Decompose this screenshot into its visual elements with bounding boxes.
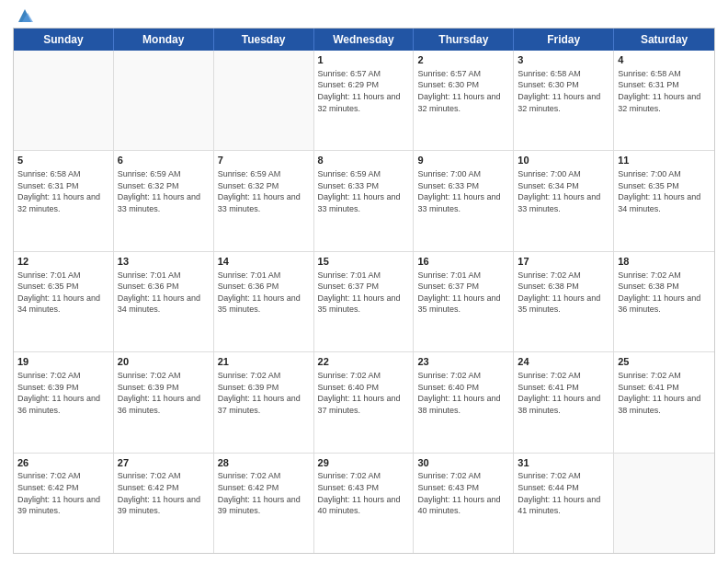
calendar-day-cell: 27Sunrise: 7:02 AM Sunset: 6:42 PM Dayli… [114, 454, 214, 553]
calendar-header-cell: Saturday [614, 29, 714, 51]
calendar-day-cell: 1Sunrise: 6:57 AM Sunset: 6:29 PM Daylig… [314, 51, 415, 150]
day-info: Sunrise: 7:00 AM Sunset: 6:34 PM Dayligh… [518, 168, 609, 214]
day-info: Sunrise: 7:02 AM Sunset: 6:43 PM Dayligh… [417, 470, 509, 516]
calendar-day-cell: 2Sunrise: 6:57 AM Sunset: 6:30 PM Daylig… [414, 51, 514, 150]
calendar-day-cell: 16Sunrise: 7:01 AM Sunset: 6:37 PM Dayli… [414, 252, 514, 351]
day-number: 12 [17, 255, 109, 269]
day-number: 25 [618, 355, 711, 369]
day-number: 31 [518, 456, 609, 470]
calendar-day-cell: 10Sunrise: 7:00 AM Sunset: 6:34 PM Dayli… [514, 151, 614, 250]
day-info: Sunrise: 7:00 AM Sunset: 6:35 PM Dayligh… [618, 168, 711, 214]
calendar-day-cell: 21Sunrise: 7:02 AM Sunset: 6:39 PM Dayli… [214, 352, 314, 452]
calendar-header-row: SundayMondayTuesdayWednesdayThursdayFrid… [14, 29, 714, 51]
day-info: Sunrise: 6:58 AM Sunset: 6:31 PM Dayligh… [17, 168, 109, 214]
day-number: 19 [17, 355, 109, 369]
calendar-day-cell: 6Sunrise: 6:59 AM Sunset: 6:32 PM Daylig… [114, 151, 214, 250]
day-info: Sunrise: 7:02 AM Sunset: 6:39 PM Dayligh… [218, 370, 310, 416]
day-info: Sunrise: 6:59 AM Sunset: 6:32 PM Dayligh… [118, 168, 210, 214]
logo-icon [15, 6, 35, 26]
calendar-day-cell: 28Sunrise: 7:02 AM Sunset: 6:42 PM Dayli… [214, 454, 314, 553]
calendar-day-cell: 12Sunrise: 7:01 AM Sunset: 6:35 PM Dayli… [14, 252, 114, 351]
day-number: 1 [318, 53, 410, 67]
day-number: 6 [118, 154, 210, 167]
day-info: Sunrise: 7:02 AM Sunset: 6:38 PM Dayligh… [618, 270, 711, 316]
calendar-empty-cell [114, 51, 214, 150]
day-info: Sunrise: 7:02 AM Sunset: 6:42 PM Dayligh… [118, 470, 210, 516]
day-info: Sunrise: 6:58 AM Sunset: 6:31 PM Dayligh… [618, 68, 711, 114]
calendar-day-cell: 18Sunrise: 7:02 AM Sunset: 6:38 PM Dayli… [614, 252, 714, 351]
calendar-week-row: 26Sunrise: 7:02 AM Sunset: 6:42 PM Dayli… [14, 453, 714, 553]
calendar-empty-cell [214, 51, 314, 150]
day-info: Sunrise: 7:02 AM Sunset: 6:41 PM Dayligh… [518, 370, 609, 416]
calendar-day-cell: 30Sunrise: 7:02 AM Sunset: 6:43 PM Dayli… [414, 454, 514, 553]
calendar-day-cell: 25Sunrise: 7:02 AM Sunset: 6:41 PM Dayli… [614, 352, 714, 452]
day-info: Sunrise: 7:02 AM Sunset: 6:42 PM Dayligh… [17, 470, 109, 516]
day-number: 5 [17, 154, 109, 167]
calendar-week-row: 12Sunrise: 7:01 AM Sunset: 6:35 PM Dayli… [14, 251, 714, 351]
day-number: 2 [417, 53, 509, 67]
calendar-day-cell: 9Sunrise: 7:00 AM Sunset: 6:33 PM Daylig… [414, 151, 514, 250]
day-number: 7 [218, 154, 310, 167]
calendar-day-cell: 19Sunrise: 7:02 AM Sunset: 6:39 PM Dayli… [14, 352, 114, 452]
day-number: 28 [218, 456, 310, 470]
calendar-day-cell: 14Sunrise: 7:01 AM Sunset: 6:36 PM Dayli… [214, 252, 314, 351]
day-info: Sunrise: 6:58 AM Sunset: 6:30 PM Dayligh… [518, 68, 609, 114]
calendar-day-cell: 26Sunrise: 7:02 AM Sunset: 6:42 PM Dayli… [14, 454, 114, 553]
calendar-day-cell: 15Sunrise: 7:01 AM Sunset: 6:37 PM Dayli… [314, 252, 415, 351]
day-info: Sunrise: 6:57 AM Sunset: 6:30 PM Dayligh… [417, 68, 509, 114]
calendar-week-row: 5Sunrise: 6:58 AM Sunset: 6:31 PM Daylig… [14, 150, 714, 250]
day-info: Sunrise: 7:02 AM Sunset: 6:43 PM Dayligh… [318, 470, 410, 516]
day-number: 21 [218, 355, 310, 369]
day-number: 29 [318, 456, 410, 470]
calendar-day-cell: 29Sunrise: 7:02 AM Sunset: 6:43 PM Dayli… [314, 454, 415, 553]
calendar-day-cell: 17Sunrise: 7:02 AM Sunset: 6:38 PM Dayli… [514, 252, 614, 351]
calendar-week-row: 1Sunrise: 6:57 AM Sunset: 6:29 PM Daylig… [14, 51, 714, 150]
page: SundayMondayTuesdayWednesdayThursdayFrid… [0, 0, 728, 563]
day-number: 27 [118, 456, 210, 470]
day-number: 18 [618, 255, 711, 269]
day-number: 4 [618, 53, 711, 67]
day-number: 17 [518, 255, 609, 269]
day-number: 3 [518, 53, 609, 67]
calendar: SundayMondayTuesdayWednesdayThursdayFrid… [13, 28, 715, 554]
calendar-day-cell: 20Sunrise: 7:02 AM Sunset: 6:39 PM Dayli… [114, 352, 214, 452]
day-info: Sunrise: 7:02 AM Sunset: 6:42 PM Dayligh… [218, 470, 310, 516]
calendar-day-cell: 4Sunrise: 6:58 AM Sunset: 6:31 PM Daylig… [614, 51, 714, 150]
day-info: Sunrise: 7:02 AM Sunset: 6:38 PM Dayligh… [518, 270, 609, 316]
day-number: 9 [417, 154, 509, 167]
day-number: 15 [318, 255, 410, 269]
day-number: 11 [618, 154, 711, 167]
calendar-day-cell: 23Sunrise: 7:02 AM Sunset: 6:40 PM Dayli… [414, 352, 514, 452]
calendar-header-cell: Friday [514, 29, 614, 51]
day-number: 13 [118, 255, 210, 269]
day-info: Sunrise: 7:01 AM Sunset: 6:36 PM Dayligh… [118, 270, 210, 316]
day-number: 26 [17, 456, 109, 470]
calendar-day-cell: 24Sunrise: 7:02 AM Sunset: 6:41 PM Dayli… [514, 352, 614, 452]
calendar-day-cell: 8Sunrise: 6:59 AM Sunset: 6:33 PM Daylig… [314, 151, 415, 250]
calendar-day-cell: 11Sunrise: 7:00 AM Sunset: 6:35 PM Dayli… [614, 151, 714, 250]
header [13, 9, 715, 20]
day-info: Sunrise: 6:57 AM Sunset: 6:29 PM Dayligh… [318, 68, 410, 114]
calendar-day-cell: 22Sunrise: 7:02 AM Sunset: 6:40 PM Dayli… [314, 352, 415, 452]
calendar-empty-cell [614, 454, 714, 553]
day-info: Sunrise: 7:02 AM Sunset: 6:41 PM Dayligh… [618, 370, 711, 416]
calendar-header-cell: Tuesday [214, 29, 314, 51]
day-info: Sunrise: 7:01 AM Sunset: 6:35 PM Dayligh… [17, 270, 109, 316]
day-number: 16 [417, 255, 509, 269]
day-info: Sunrise: 7:02 AM Sunset: 6:44 PM Dayligh… [518, 470, 609, 516]
day-info: Sunrise: 7:02 AM Sunset: 6:40 PM Dayligh… [417, 370, 509, 416]
calendar-day-cell: 3Sunrise: 6:58 AM Sunset: 6:30 PM Daylig… [514, 51, 614, 150]
day-number: 20 [118, 355, 210, 369]
calendar-header-cell: Wednesday [314, 29, 415, 51]
calendar-header-cell: Thursday [414, 29, 514, 51]
day-number: 30 [417, 456, 509, 470]
day-info: Sunrise: 7:02 AM Sunset: 6:40 PM Dayligh… [318, 370, 410, 416]
day-info: Sunrise: 7:01 AM Sunset: 6:37 PM Dayligh… [318, 270, 410, 316]
day-number: 8 [318, 154, 410, 167]
day-info: Sunrise: 7:00 AM Sunset: 6:33 PM Dayligh… [417, 168, 509, 214]
calendar-day-cell: 31Sunrise: 7:02 AM Sunset: 6:44 PM Dayli… [514, 454, 614, 553]
day-info: Sunrise: 6:59 AM Sunset: 6:32 PM Dayligh… [218, 168, 310, 214]
calendar-body: 1Sunrise: 6:57 AM Sunset: 6:29 PM Daylig… [14, 51, 714, 553]
calendar-header-cell: Monday [114, 29, 214, 51]
day-info: Sunrise: 7:01 AM Sunset: 6:36 PM Dayligh… [218, 270, 310, 316]
